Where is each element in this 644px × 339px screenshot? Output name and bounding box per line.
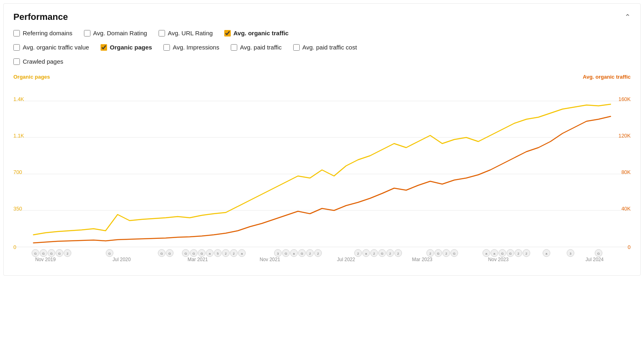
checkbox-input-crawled-pages[interactable] — [13, 58, 20, 65]
svg-text:2: 2 — [517, 252, 519, 255]
svg-text:2: 2 — [389, 252, 391, 255]
checkbox-label-crawled-pages: Crawled pages — [23, 58, 63, 65]
svg-text:2: 2 — [397, 252, 399, 255]
checkbox-input-referring-domains[interactable] — [13, 30, 20, 36]
svg-text:Jul 2020: Jul 2020 — [112, 257, 131, 262]
organic-pages-line — [33, 104, 610, 235]
svg-text:G: G — [597, 252, 600, 255]
checkbox-referring-domains[interactable]: Referring domains — [13, 30, 73, 36]
svg-text:G: G — [161, 252, 163, 255]
left-axis-label: Organic pages — [13, 74, 50, 80]
checkbox-label-avg-url-rating: Avg. URL Rating — [168, 30, 213, 36]
checkbox-label-referring-domains: Referring domains — [23, 30, 73, 36]
svg-text:G: G — [501, 252, 504, 255]
checkbox-label-avg-domain-rating: Avg. Domain Rating — [93, 30, 147, 36]
svg-text:G: G — [193, 252, 195, 255]
svg-text:G: G — [437, 252, 440, 255]
svg-text:G: G — [285, 252, 287, 255]
svg-text:2: 2 — [309, 252, 311, 255]
svg-text:2: 2 — [225, 252, 227, 255]
checkbox-input-avg-domain-rating[interactable] — [84, 30, 90, 36]
svg-text:G: G — [200, 252, 203, 255]
chart-area: Organic pages Avg. organic traffic 1.4K … — [13, 74, 631, 267]
svg-text:Nov 2021: Nov 2021 — [260, 257, 280, 262]
checkbox-avg-domain-rating[interactable]: Avg. Domain Rating — [84, 30, 147, 36]
svg-text:G: G — [168, 252, 171, 255]
checkbox-input-avg-paid-traffic-cost[interactable] — [293, 44, 300, 51]
svg-text:2: 2 — [445, 252, 447, 255]
svg-text:1.4K: 1.4K — [13, 96, 24, 102]
svg-text:3: 3 — [277, 252, 279, 255]
svg-text:a: a — [241, 252, 243, 255]
svg-text:700: 700 — [13, 169, 22, 175]
checkbox-label-avg-organic-traffic: Avg. organic traffic — [234, 30, 289, 36]
svg-text:G: G — [34, 252, 36, 255]
checkbox-input-avg-organic-traffic[interactable] — [224, 30, 231, 36]
svg-text:G: G — [509, 252, 511, 255]
checkbox-organic-pages[interactable]: Organic pages — [101, 44, 152, 51]
checkbox-label-organic-pages: Organic pages — [110, 44, 152, 51]
svg-text:5: 5 — [217, 252, 219, 255]
avg-organic-traffic-line — [33, 116, 610, 243]
svg-text:3: 3 — [570, 252, 572, 255]
checkbox-avg-paid-traffic-cost[interactable]: Avg. paid traffic cost — [293, 44, 357, 51]
svg-text:2: 2 — [67, 252, 69, 255]
svg-text:120K: 120K — [618, 133, 631, 139]
chart-svg: 1.4K 1.1K 700 350 0 160K 120K 80K 40K 0 … — [13, 81, 631, 267]
svg-text:2: 2 — [317, 252, 319, 255]
checkbox-avg-organic-traffic-value[interactable]: Avg. organic traffic value — [13, 44, 89, 51]
checkbox-avg-paid-traffic[interactable]: Avg. paid traffic — [231, 44, 282, 51]
svg-text:a: a — [365, 252, 367, 255]
svg-text:G: G — [108, 252, 111, 255]
svg-text:G: G — [58, 252, 61, 255]
svg-text:G: G — [50, 252, 53, 255]
svg-text:2: 2 — [357, 252, 359, 255]
svg-text:a: a — [485, 252, 487, 255]
checkbox-avg-url-rating[interactable]: Avg. URL Rating — [159, 30, 213, 36]
svg-text:G: G — [381, 252, 383, 255]
svg-text:a: a — [209, 252, 211, 255]
svg-text:2: 2 — [429, 252, 431, 255]
checkbox-avg-impressions[interactable]: Avg. Impressions — [163, 44, 219, 51]
svg-text:80K: 80K — [621, 169, 631, 175]
checkboxes-row-1: Referring domainsAvg. Domain RatingAvg. … — [13, 30, 631, 71]
svg-text:Mar 2023: Mar 2023 — [412, 257, 432, 262]
chart-wrapper: 1.4K 1.1K 700 350 0 160K 120K 80K 40K 0 … — [13, 81, 631, 267]
svg-text:0: 0 — [628, 244, 631, 250]
svg-text:Nov 2019: Nov 2019 — [35, 257, 56, 262]
panel-title: Performance — [13, 12, 68, 22]
checkbox-avg-organic-traffic[interactable]: Avg. organic traffic — [224, 30, 289, 36]
checkbox-input-avg-url-rating[interactable] — [159, 30, 165, 36]
svg-text:Jul 2024: Jul 2024 — [586, 257, 604, 262]
checkbox-input-avg-organic-traffic-value[interactable] — [13, 44, 20, 51]
checkbox-label-avg-impressions: Avg. Impressions — [173, 44, 219, 51]
checkbox-label-avg-paid-traffic: Avg. paid traffic — [240, 44, 282, 51]
svg-text:0: 0 — [13, 244, 16, 250]
svg-text:40K: 40K — [621, 206, 631, 212]
checkbox-input-avg-paid-traffic[interactable] — [231, 44, 237, 51]
svg-text:2: 2 — [233, 252, 235, 255]
svg-text:G: G — [42, 252, 45, 255]
svg-text:a: a — [494, 252, 496, 255]
svg-text:a: a — [545, 252, 547, 255]
collapse-icon[interactable]: ⌃ — [625, 13, 631, 21]
svg-text:2: 2 — [373, 252, 375, 255]
svg-text:G: G — [453, 252, 455, 255]
svg-text:160K: 160K — [618, 96, 631, 102]
panel-header: Performance ⌃ — [13, 12, 631, 22]
performance-panel: Performance ⌃ Referring domainsAvg. Doma… — [3, 3, 641, 276]
svg-text:1.1K: 1.1K — [13, 133, 24, 139]
checkbox-input-avg-impressions[interactable] — [163, 44, 170, 51]
right-axis-label: Avg. organic traffic — [583, 74, 631, 80]
svg-text:Mar 2021: Mar 2021 — [188, 257, 208, 262]
checkbox-crawled-pages[interactable]: Crawled pages — [13, 58, 63, 65]
svg-text:Nov 2023: Nov 2023 — [488, 257, 509, 262]
svg-text:G: G — [301, 252, 303, 255]
checkbox-input-organic-pages[interactable] — [101, 44, 107, 51]
svg-text:a: a — [293, 252, 295, 255]
svg-text:G: G — [185, 252, 187, 255]
svg-text:350: 350 — [13, 206, 22, 212]
svg-text:Jul 2022: Jul 2022 — [337, 257, 355, 262]
svg-text:2: 2 — [526, 252, 528, 255]
checkbox-label-avg-organic-traffic-value: Avg. organic traffic value — [23, 44, 89, 51]
